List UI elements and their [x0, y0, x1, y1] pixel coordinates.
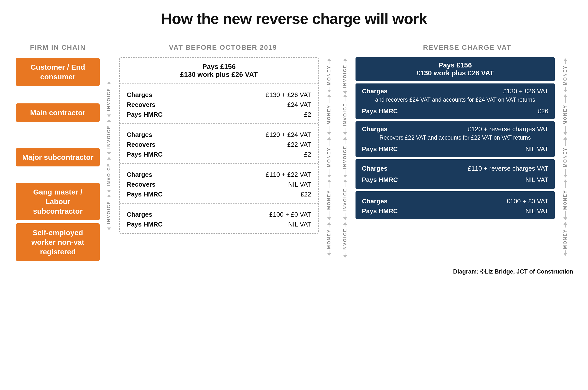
- after-section-main: Charges £130 + £26 VAT and recovers £24 …: [355, 84, 555, 119]
- before-main-hmrc-lbl: Pays HMRC: [127, 111, 163, 118]
- invoice-arrow-2: INVOICE: [101, 118, 117, 156]
- firm-slot-gang: Gang master / Labour subcontractor: [15, 179, 101, 224]
- after-customer-line2: £130 work plus £26 VAT: [362, 69, 548, 77]
- firms-column: Customer / End consumer Main contractor …: [15, 53, 101, 261]
- before-main-hmrc-val: £2: [304, 111, 311, 118]
- money-arrow-4: MONEY: [321, 221, 337, 257]
- after-main-hmrc-lbl: Pays HMRC: [362, 107, 398, 115]
- after-main-note: and recovers £24 VAT and accounts for £2…: [362, 97, 548, 103]
- after-self-charges-val: £100 + £0 VAT: [506, 197, 548, 205]
- firm-box-self: Self-employed worker non-vat registered: [16, 223, 100, 261]
- money-arrows-right: MONEY MONEY MONEY MONEY: [557, 57, 573, 257]
- before-section-gang: Charges £110 + £22 VAT Recovers NIL VAT …: [120, 164, 318, 204]
- before-self-hmrc-val: NIL VAT: [288, 221, 311, 228]
- after-section-gang: Charges £110 + reverse charges VAT Pays …: [355, 159, 555, 189]
- footer: Diagram: ©Liz Bridge, JCT of Constructio…: [15, 268, 573, 275]
- invoice-arrow-r4: INVOICE: [337, 221, 353, 257]
- before-main-charges-val: £130 + £26 VAT: [266, 91, 311, 99]
- money-arrow-2: MONEY: [321, 136, 337, 179]
- money-arrow-right-3: MONEY: [557, 179, 573, 221]
- invoice-arrow-r1: INVOICE: [337, 93, 353, 136]
- before-section-major: Charges £120 + £24 VAT Recovers £22 VAT …: [120, 124, 318, 164]
- before-section-self: Charges £100 + £0 VAT Pays HMRC NIL VAT: [120, 204, 318, 233]
- footer-text: Diagram: ©Liz Bridge, JCT of Constructio…: [453, 268, 573, 275]
- after-self-hmrc-lbl: Pays HMRC: [362, 207, 398, 215]
- invoice-arrow-1: INVOICE: [101, 81, 117, 118]
- before-main-recovers-val: £24 VAT: [287, 101, 311, 109]
- firm-box-main: Main contractor: [16, 103, 100, 122]
- firm-box-gang: Gang master / Labour subcontractor: [16, 183, 100, 220]
- after-major-hmrc-lbl: Pays HMRC: [362, 145, 398, 153]
- before-gang-charges-lbl: Charges: [127, 171, 152, 179]
- before-customer-line1: Pays £156: [127, 63, 311, 71]
- header-firm-col: FIRM IN CHAIN: [15, 44, 101, 51]
- before-self-charges-lbl: Charges: [127, 211, 152, 218]
- money-arrow-0: MONEY: [321, 57, 337, 93]
- after-major-charge-val: £120 + reverse charges VAT: [468, 125, 548, 133]
- after-gang-charge-val: £110 + reverse charges VAT: [468, 165, 548, 172]
- money-arrow-3: MONEY: [321, 179, 337, 221]
- before-gang-hmrc-lbl: Pays HMRC: [127, 191, 163, 198]
- before-self-hmrc-lbl: Pays HMRC: [127, 221, 163, 228]
- invoice-arrow-r0: INVOICE: [337, 57, 353, 93]
- before-section-main: Charges £130 + £26 VAT Recovers £24 VAT …: [120, 84, 318, 124]
- header-after-col: REVERSE CHARGE VAT: [361, 44, 574, 51]
- invoice-arrow-r3: INVOICE: [337, 179, 353, 221]
- before-gang-recovers-val: NIL VAT: [288, 181, 311, 188]
- page-title: How the new reverse charge will work: [15, 10, 573, 27]
- after-gang-hmrc-lbl: Pays HMRC: [362, 176, 398, 184]
- main-diagram: Customer / End consumer Main contractor …: [15, 53, 573, 261]
- firm-box-customer: Customer / End consumer: [16, 58, 100, 86]
- before-gang-recovers-lbl: Recovers: [127, 181, 156, 188]
- after-gang-charge-lbl: Charges: [362, 165, 387, 172]
- before-major-charges-lbl: Charges: [127, 131, 152, 139]
- column-headers: FIRM IN CHAIN VAT BEFORE OCTOBER 2019 RE…: [15, 41, 573, 51]
- money-arrow-right-0: MONEY: [557, 57, 573, 93]
- before-section-customer: Pays £156 £130 work plus £26 VAT: [120, 58, 318, 84]
- after-major-hmrc-val: NIL VAT: [526, 145, 548, 153]
- before-gang-charges-val: £110 + £22 VAT: [266, 171, 311, 179]
- before-main-charges-lbl: Charges: [127, 91, 152, 99]
- before-major-recovers-lbl: Recovers: [127, 141, 156, 148]
- firm-slot-main: Main contractor: [15, 90, 101, 135]
- after-major-charge-lbl: Charges: [362, 125, 387, 133]
- before-self-charges-val: £100 + £0 VAT: [269, 211, 311, 218]
- money-arrow-1: MONEY: [321, 93, 337, 136]
- after-customer-line1: Pays £156: [362, 61, 548, 69]
- after-self-hmrc-val: NIL VAT: [526, 207, 548, 215]
- firm-slot-major: Major subcontractor: [15, 135, 101, 179]
- after-gang-hmrc-val: NIL VAT: [526, 176, 548, 184]
- reverse-charge-wrapper: Pays £156 £130 work plus £26 VAT Charges…: [355, 57, 555, 219]
- header-before-col: VAT BEFORE OCTOBER 2019: [117, 44, 329, 51]
- invoice-arrow-r2: INVOICE: [337, 136, 353, 179]
- money-arrow-right-2: MONEY: [557, 136, 573, 179]
- money-arrow-right-1: MONEY: [557, 93, 573, 136]
- divider: [15, 32, 573, 32]
- before-major-hmrc-val: £2: [304, 151, 311, 158]
- before-vat-wrapper: Pays £156 £130 work plus £26 VAT Charges…: [119, 57, 319, 234]
- firm-box-major: Major subcontractor: [16, 148, 100, 166]
- after-major-note: Recovers £22 VAT and accounts for £22 VA…: [362, 134, 548, 141]
- firm-slot-self: Self-employed worker non-vat registered: [15, 224, 101, 261]
- before-major-hmrc-lbl: Pays HMRC: [127, 151, 163, 158]
- invoice-arrow-3: INVOICE: [101, 156, 117, 194]
- after-main-charge-val: £130 + £26 VAT: [503, 87, 548, 95]
- after-section-self: Charges £100 + £0 VAT Pays HMRC NIL VAT: [355, 191, 555, 219]
- reverse-charge-column: Pays £156 £130 work plus £26 VAT Charges…: [353, 53, 557, 261]
- after-section-customer: Pays £156 £130 work plus £26 VAT: [355, 57, 555, 81]
- after-main-charge-lbl: Charges: [362, 87, 387, 95]
- firm-slot-customer: Customer / End consumer: [15, 53, 101, 90]
- money-arrows-mid: MONEY MONEY MONEY MONEY: [321, 57, 337, 257]
- before-gang-hmrc-val: £22: [301, 191, 311, 198]
- before-major-recovers-val: £22 VAT: [287, 141, 311, 148]
- invoice-arrow-4: INVOICE: [101, 194, 117, 231]
- invoice-arrows-right: INVOICE INVOICE INVOICE INVOICE: [337, 57, 353, 257]
- after-section-major: Charges £120 + reverse charges VAT Recov…: [355, 121, 555, 157]
- before-main-recovers-lbl: Recovers: [127, 101, 156, 109]
- after-main-hmrc-val: £26: [538, 107, 548, 115]
- before-major-charges-val: £120 + £24 VAT: [266, 131, 311, 139]
- after-self-charges-lbl: Charges: [362, 197, 387, 205]
- invoice-arrows-left: INVOICE INVOICE INVOICE INVOICE: [101, 53, 117, 261]
- before-customer-line2: £130 work plus £26 VAT: [127, 71, 311, 79]
- money-arrow-right-4: MONEY: [557, 221, 573, 257]
